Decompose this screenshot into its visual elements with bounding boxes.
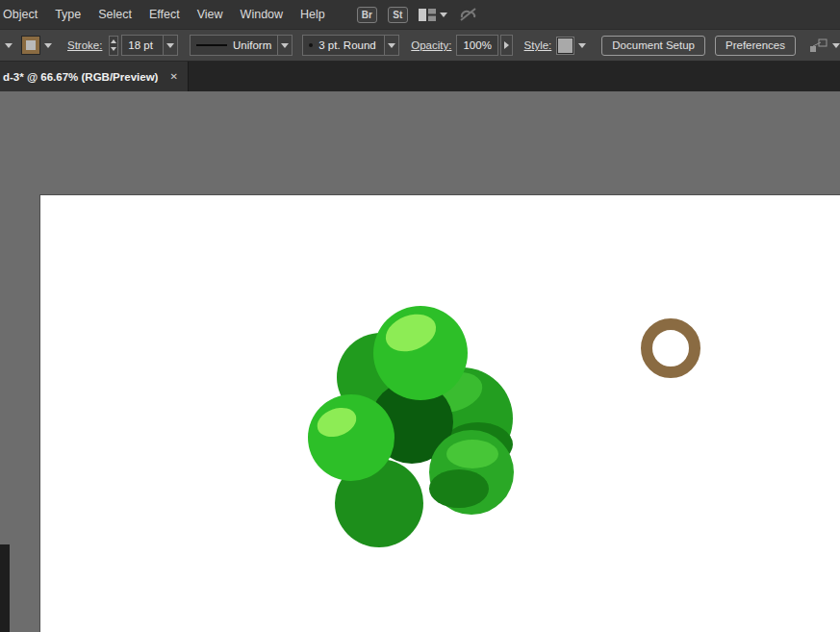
- document-setup-button[interactable]: Document Setup: [601, 36, 705, 56]
- chevron-down-icon: [44, 43, 52, 48]
- document-tab-title: d-3* @ 66.67% (RGB/Preview): [3, 71, 158, 83]
- chevron-down-icon: [166, 43, 174, 48]
- stroke-profile-preview: [196, 44, 227, 46]
- preferences-button[interactable]: Preferences: [715, 36, 796, 56]
- document-tab-bar: d-3* @ 66.67% (RGB/Preview) ✕: [0, 62, 840, 91]
- menu-type[interactable]: Type: [46, 0, 89, 29]
- chevron-down-icon: [440, 13, 447, 17]
- brush-stroke-preview: [309, 43, 313, 47]
- workspace-switcher-icon: [419, 9, 436, 21]
- sync-disabled-icon[interactable]: [458, 7, 477, 22]
- close-icon[interactable]: ✕: [169, 71, 177, 82]
- width-profile-label: Uniform: [233, 39, 271, 51]
- width-profile-combo: Uniform: [190, 35, 293, 56]
- menu-bar: Object Type Select Effect View Window He…: [0, 0, 840, 29]
- bridge-button[interactable]: Br: [357, 7, 377, 23]
- style-swatch[interactable]: [557, 38, 573, 54]
- opacity-more-button[interactable]: [500, 35, 513, 56]
- illustrator-window: Object Type Select Effect View Window He…: [0, 0, 840, 632]
- ring-shape[interactable]: [647, 324, 695, 372]
- brush-combo: 3 pt. Round: [302, 35, 399, 56]
- stroke-color-swatch[interactable]: [22, 37, 39, 54]
- workspace-switcher[interactable]: [419, 9, 447, 21]
- stroke-weight-stepper[interactable]: [109, 36, 118, 56]
- menu-bar-icons: Br St: [357, 7, 477, 23]
- align-options-icon: [809, 38, 828, 53]
- opacity-input[interactable]: 100%: [456, 35, 497, 56]
- brush-dropdown[interactable]: [385, 35, 399, 56]
- stroke-weight-input[interactable]: 18 pt: [121, 35, 164, 56]
- align-options[interactable]: [809, 38, 840, 53]
- width-profile-dropdown[interactable]: [278, 35, 293, 56]
- stroke-label[interactable]: Stroke:: [67, 39, 102, 51]
- chevron-down-icon: [832, 43, 840, 48]
- stroke-color-control[interactable]: [22, 37, 52, 54]
- window-edge: [0, 544, 10, 632]
- width-profile-value[interactable]: Uniform: [190, 35, 278, 56]
- brush-label: 3 pt. Round: [318, 39, 375, 51]
- canvas-area[interactable]: [0, 91, 840, 632]
- control-bar: Stroke: 18 pt Uniform 3 pt. Round Opacit…: [0, 29, 840, 62]
- opacity-label[interactable]: Opacity:: [411, 39, 451, 51]
- menu-help[interactable]: Help: [292, 0, 334, 29]
- stroke-weight-dropdown[interactable]: [164, 35, 178, 56]
- chevron-down-icon[interactable]: [5, 43, 13, 48]
- chevron-down-icon: [388, 43, 395, 48]
- style-combo[interactable]: [557, 38, 586, 54]
- chevron-down-icon: [281, 43, 289, 48]
- floret-bottom-right-hl: [446, 440, 498, 468]
- menu-window[interactable]: Window: [232, 0, 292, 29]
- artwork-svg: [0, 91, 840, 632]
- chevron-right-icon: [504, 41, 509, 49]
- document-tab[interactable]: d-3* @ 66.67% (RGB/Preview) ✕: [0, 62, 189, 91]
- stroke-weight-combo: 18 pt: [121, 35, 178, 56]
- menu-object[interactable]: Object: [0, 0, 46, 29]
- menu-select[interactable]: Select: [89, 0, 140, 29]
- up-arrow-icon: [111, 39, 116, 43]
- brush-value[interactable]: 3 pt. Round: [302, 35, 385, 56]
- style-label[interactable]: Style:: [524, 39, 552, 51]
- menu-effect[interactable]: Effect: [140, 0, 189, 29]
- stock-button[interactable]: St: [388, 7, 408, 23]
- floret-bottom-right-shade: [429, 469, 489, 508]
- floret-left[interactable]: [308, 394, 395, 481]
- down-arrow-icon: [111, 47, 116, 51]
- chevron-down-icon: [578, 43, 586, 48]
- menu-view[interactable]: View: [189, 0, 232, 29]
